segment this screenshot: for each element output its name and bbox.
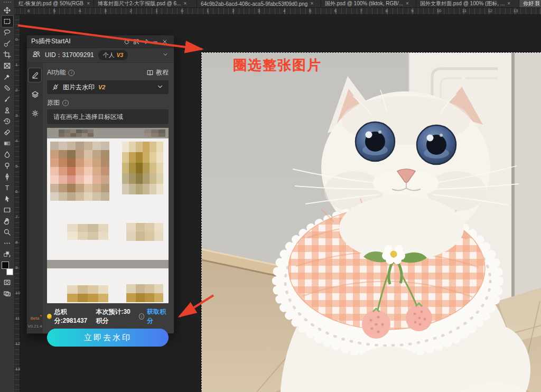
swap-colors-tool-icon[interactable] — [2, 249, 13, 260]
ruler-number: 13 — [15, 367, 20, 371]
quick-mask-tool-icon[interactable] — [2, 277, 13, 288]
refresh-icon[interactable] — [122, 38, 132, 46]
blurred-chip — [67, 285, 108, 302]
plugin-title: Ps插件StartAI — [31, 37, 122, 46]
ai-section-label: AI功能 — [47, 68, 66, 77]
info-icon[interactable]: i — [139, 313, 145, 320]
tab-2[interactable]: 64c9b2ab-6acd-408c-aca5-9fabc53f09d0.png… — [197, 0, 321, 7]
eraser-tool-icon[interactable] — [2, 127, 13, 138]
account-row[interactable]: UID：317009291 个人V3 — [27, 48, 174, 63]
spot-healing-brush-tool-icon[interactable] — [2, 82, 13, 94]
history-brush-tool-icon[interactable] — [2, 116, 13, 127]
tab-close-icon[interactable]: × — [507, 1, 510, 6]
screen-mode-tool-icon[interactable] — [2, 288, 13, 299]
ruler-number: 0 — [15, 37, 17, 42]
qr-icon[interactable] — [132, 38, 141, 46]
edit-toolbar-tool-icon[interactable] — [2, 238, 13, 249]
eyedropper-tool-icon[interactable] — [2, 71, 13, 82]
annotation-text: 圈选整张图片 — [233, 56, 322, 74]
blurred-band — [47, 260, 169, 268]
ruler-number: 8 — [386, 8, 388, 13]
feature-name: 图片去水印 — [63, 83, 95, 92]
tab-4[interactable]: 国外文章封面.psd @ 100% (图标, ...× — [416, 0, 519, 7]
path-selection-tool-icon[interactable] — [2, 193, 13, 204]
source-selection-box[interactable]: 请在画布上选择目标区域 — [47, 109, 169, 124]
history-thumbnail[interactable] — [50, 142, 109, 201]
pen-tool-icon[interactable] — [2, 171, 13, 182]
blurred-chip — [144, 129, 165, 137]
startai-plugin-panel: Ps插件StartAI UID：317009291 个人V3 Beta V0 — [26, 35, 174, 334]
ruler-number: 8 — [15, 240, 17, 245]
tab-close-icon[interactable]: × — [183, 1, 186, 6]
tab-label: 红-恢复的.psd @ 50%(RGB... — [18, 0, 84, 7]
ruler-number: 3 — [15, 113, 17, 118]
feature-select[interactable]: 图片去水印 V2 — [47, 80, 169, 94]
info-icon[interactable]: i — [68, 70, 74, 76]
gradient-tool-icon[interactable] — [2, 138, 13, 149]
blurred-chip — [67, 224, 108, 240]
foreground-color-swatch[interactable] — [2, 262, 9, 269]
blurred-chip — [126, 223, 163, 241]
tab-label: 博客封面尺寸2-大字报版.psd @ 6... — [98, 0, 181, 7]
ruler-number: 10 — [15, 291, 20, 295]
tutorial-link[interactable]: 教程 — [146, 68, 169, 77]
blurred-chip — [59, 129, 94, 137]
tab-0[interactable]: 红-恢复的.psd @ 50%(RGB...× — [15, 0, 94, 7]
coin-icon — [47, 314, 52, 319]
clone-stamp-tool-icon[interactable] — [2, 105, 13, 116]
tab-close-icon[interactable]: × — [310, 1, 313, 6]
frame-tool-icon[interactable] — [2, 60, 13, 71]
nav-layers[interactable] — [29, 87, 41, 101]
ruler-number: 2 — [232, 8, 234, 13]
rectangle-tool-icon[interactable] — [2, 204, 13, 216]
tab-3[interactable]: 国外.psd @ 100% (tiktok, RGB/...× — [321, 0, 416, 7]
brush-tool-icon[interactable] — [2, 94, 13, 105]
document-canvas[interactable] — [202, 53, 541, 392]
minimize-icon[interactable] — [151, 38, 160, 46]
tab-close-icon[interactable]: × — [87, 1, 90, 6]
tab-bar: 红-恢复的.psd @ 50%(RGB...×博客封面尺寸2-大字报版.psd … — [15, 0, 541, 8]
plugin-titlebar[interactable]: Ps插件StartAI — [27, 35, 174, 48]
tab-label: 你好 我... — [523, 0, 539, 7]
background-color-swatch[interactable] — [6, 268, 13, 275]
crop-tool-icon[interactable] — [2, 49, 13, 60]
move-tool-icon[interactable] — [2, 5, 13, 16]
ruler-number: 4 — [79, 8, 81, 13]
ruler-number: 11 — [462, 8, 467, 13]
zoom-tool-icon[interactable] — [2, 227, 13, 238]
tab-1[interactable]: 博客封面尺寸2-大字报版.psd @ 6...× — [94, 0, 197, 7]
hand-tool-icon[interactable] — [2, 216, 13, 227]
info-icon[interactable]: i — [62, 100, 69, 106]
history-thumbnails[interactable] — [47, 128, 169, 303]
nav-settings[interactable] — [29, 106, 41, 120]
ruler-number: 10 — [436, 8, 441, 13]
ruler-number: 4 — [15, 138, 17, 143]
plan-badge: 个人V3 — [98, 50, 128, 60]
nav-edit[interactable] — [29, 68, 41, 82]
remove-watermark-button[interactable]: 立即去水印 — [47, 329, 169, 347]
blur-tool-icon[interactable] — [2, 149, 13, 160]
ruler-vertical: 012345678910111213 — [15, 15, 20, 392]
rectangular-marquee-tool-icon[interactable] — [2, 16, 13, 27]
chevron-down-icon[interactable] — [156, 83, 164, 92]
tab-close-icon[interactable]: × — [406, 1, 409, 6]
feature-version: V2 — [98, 84, 105, 90]
svg-text:T: T — [5, 184, 10, 192]
toolbar-grip[interactable] — [4, 2, 11, 3]
ruler-number: 2 — [15, 88, 17, 92]
ruler-number: 1 — [15, 62, 17, 67]
users-icon — [32, 50, 41, 60]
ruler-number: 4 — [283, 8, 285, 13]
pin-icon[interactable] — [141, 38, 151, 46]
close-icon[interactable] — [160, 38, 170, 46]
history-thumbnail[interactable] — [122, 142, 163, 194]
ruler-number: 0 — [181, 8, 183, 13]
foreground-background-swatches[interactable] — [1, 262, 14, 275]
chevron-down-icon[interactable] — [162, 51, 169, 59]
object-selection-tool-icon[interactable] — [2, 38, 13, 49]
lasso-tool-icon[interactable] — [2, 27, 13, 38]
tab-5[interactable]: 你好 我... — [519, 0, 541, 7]
type-tool-icon[interactable]: T — [2, 182, 13, 193]
get-points-link[interactable]: 获取积分 — [147, 307, 169, 325]
dodge-tool-icon[interactable] — [2, 160, 13, 171]
